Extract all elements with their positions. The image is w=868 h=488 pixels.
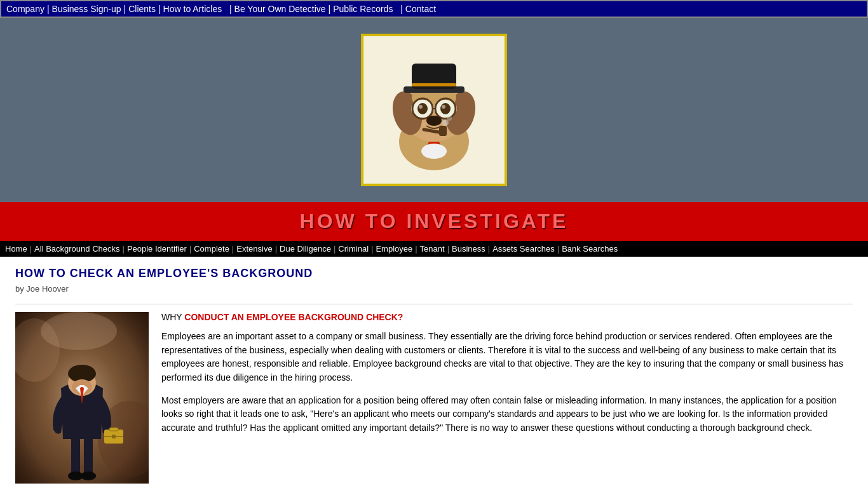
nav-business-signup[interactable]: Business Sign-up (52, 4, 121, 14)
svg-point-22 (447, 116, 452, 121)
nav2-sep-2: | (187, 244, 194, 254)
site-title: HOW TO INVESTIGATE (8, 210, 860, 233)
why-heading: WHY CONDUCT AN EMPLOYEE BACKGROUND CHECK… (161, 312, 853, 322)
nav-be-your-own-detective[interactable]: Be Your Own Detective (234, 4, 326, 14)
article-title: HOW TO CHECK AN EMPLOYEE'S BACKGROUND (15, 267, 853, 280)
nav2-assets-searches[interactable]: Assets Searches (492, 244, 555, 254)
nav-sep-3: | (156, 4, 163, 14)
nav2-sep-8: | (445, 244, 452, 254)
nav2-sep-6: | (369, 244, 376, 254)
article-image (15, 312, 149, 484)
nav2-all-background-checks[interactable]: All Background Checks (34, 244, 119, 254)
svg-point-21 (442, 119, 449, 126)
second-navigation: Home | All Background Checks | People Id… (0, 241, 868, 257)
svg-point-17 (442, 105, 445, 109)
nav2-criminal[interactable]: Criminal (338, 244, 369, 254)
nav2-home[interactable]: Home (5, 244, 27, 254)
nav-sep-4: | (222, 4, 234, 14)
svg-rect-8 (412, 83, 456, 86)
svg-point-23 (421, 144, 447, 159)
nav2-sep-4: | (273, 244, 280, 254)
nav-contact[interactable]: Contact (405, 4, 436, 14)
nav2-complete[interactable]: Complete (194, 244, 229, 254)
nav-sep-1: | (44, 4, 52, 14)
article-body: WHY CONDUCT AN EMPLOYEE BACKGROUND CHECK… (15, 312, 853, 484)
nav-sep-6: | (393, 4, 405, 14)
nav2-sep-1: | (119, 244, 126, 254)
svg-point-15 (419, 105, 423, 109)
nav2-sep-10: | (555, 244, 562, 254)
nav2-extensive[interactable]: Extensive (236, 244, 272, 254)
red-banner: HOW TO INVESTIGATE (0, 202, 868, 241)
nav2-bank-searches[interactable]: Bank Searches (562, 244, 618, 254)
why-normal: WHY (161, 312, 184, 322)
top-navigation: Company | Business Sign-up | Clients | H… (0, 0, 868, 18)
article-text: WHY CONDUCT AN EMPLOYEE BACKGROUND CHECK… (161, 312, 853, 484)
nav-how-to-articles[interactable]: How to Articles (163, 4, 222, 14)
nav2-sep-7: | (412, 244, 419, 254)
why-highlight: CONDUCT AN EMPLOYEE BACKGROUND CHECK? (184, 312, 403, 322)
dog-illustration (370, 43, 498, 177)
article-divider (15, 304, 853, 304)
nav-sep-5: | (326, 4, 334, 14)
nav2-tenant[interactable]: Tenant (420, 244, 445, 254)
header-area (0, 18, 868, 202)
nav-company[interactable]: Company (6, 4, 44, 14)
svg-point-16 (440, 103, 451, 114)
nav-clients[interactable]: Clients (128, 4, 156, 14)
article-author: by Joe Hoover (15, 284, 853, 294)
nav2-business[interactable]: Business (452, 244, 485, 254)
nav2-people-identifier[interactable]: People Identifier (127, 244, 187, 254)
svg-point-18 (426, 116, 442, 126)
nav-sep-2: | (121, 4, 129, 14)
nav2-sep-3: | (229, 244, 236, 254)
svg-point-14 (417, 103, 428, 114)
nav2-employee[interactable]: Employee (376, 244, 412, 254)
nav2-due-diligence[interactable]: Due Diligence (280, 244, 331, 254)
article-container: HOW TO CHECK AN EMPLOYEE'S BACKGROUND by… (0, 257, 868, 488)
nav2-sep-5: | (331, 244, 338, 254)
article-paragraph-2: Most employers are aware that an applica… (161, 394, 853, 435)
article-paragraph-1: Employees are an important asset to a co… (161, 330, 853, 385)
svg-rect-20 (439, 126, 447, 136)
nav2-sep-0: | (27, 244, 34, 254)
logo-box (361, 34, 507, 186)
nav-public-records[interactable]: Public Records (333, 4, 393, 14)
nav2-sep-9: | (485, 244, 492, 254)
svg-rect-41 (15, 312, 149, 484)
